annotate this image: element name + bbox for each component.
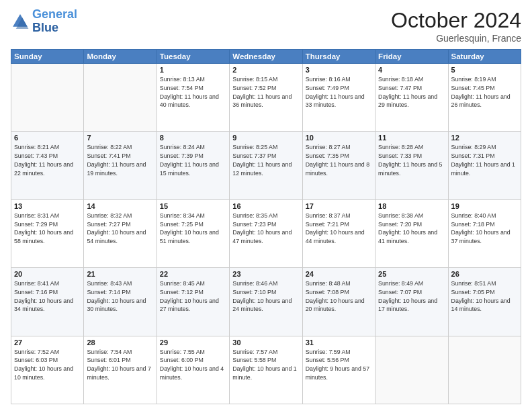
day-info: Sunrise: 8:27 AM Sunset: 7:35 PM Dayligh…: [306, 143, 372, 177]
day-number: 25: [378, 270, 445, 278]
day-number: 24: [306, 270, 372, 278]
calendar-day-cell: 9Sunrise: 8:25 AM Sunset: 7:37 PM Daylig…: [230, 132, 302, 199]
day-number: 5: [451, 66, 518, 74]
day-info: Sunrise: 8:16 AM Sunset: 7:49 PM Dayligh…: [306, 75, 372, 109]
day-info: Sunrise: 8:46 AM Sunset: 7:10 PM Dayligh…: [232, 279, 299, 314]
day-info: Sunrise: 8:15 AM Sunset: 7:52 PM Dayligh…: [232, 75, 299, 109]
day-info: Sunrise: 8:29 AM Sunset: 7:31 PM Dayligh…: [451, 143, 518, 177]
calendar-day-cell: 2Sunrise: 8:15 AM Sunset: 7:52 PM Daylig…: [230, 64, 302, 132]
calendar-day-cell: 26Sunrise: 8:51 AM Sunset: 7:05 PM Dayli…: [448, 268, 521, 336]
day-info: Sunrise: 8:41 AM Sunset: 7:16 PM Dayligh…: [14, 279, 81, 314]
logo: General Blue: [11, 8, 77, 35]
day-number: 3: [306, 66, 372, 74]
day-number: 17: [306, 202, 372, 210]
day-number: 14: [87, 202, 153, 210]
weekday-header-cell: Friday: [375, 50, 448, 64]
logo-icon: [11, 12, 30, 31]
day-info: Sunrise: 7:59 AM Sunset: 5:56 PM Dayligh…: [306, 348, 372, 382]
calendar-day-cell: [11, 64, 84, 132]
calendar-day-cell: 21Sunrise: 8:43 AM Sunset: 7:14 PM Dayli…: [84, 268, 157, 336]
day-number: 1: [160, 66, 226, 74]
calendar-day-cell: 16Sunrise: 8:35 AM Sunset: 7:23 PM Dayli…: [230, 199, 302, 267]
day-number: 30: [232, 338, 299, 347]
calendar-day-cell: 4Sunrise: 8:18 AM Sunset: 7:47 PM Daylig…: [375, 64, 448, 132]
title-block: October 2024 Guerlesquin, France: [391, 8, 521, 44]
day-number: 20: [14, 270, 81, 278]
day-info: Sunrise: 7:52 AM Sunset: 6:03 PM Dayligh…: [14, 348, 81, 382]
calendar-day-cell: 22Sunrise: 8:45 AM Sunset: 7:12 PM Dayli…: [157, 268, 229, 336]
weekday-header: SundayMondayTuesdayWednesdayThursdayFrid…: [11, 50, 521, 64]
weekday-header-cell: Monday: [84, 50, 157, 64]
day-number: 4: [378, 66, 445, 74]
header: General Blue October 2024 Guerlesquin, F…: [11, 8, 521, 44]
weekday-header-cell: Sunday: [11, 50, 84, 64]
page: General Blue October 2024 Guerlesquin, F…: [0, 0, 532, 411]
day-number: 23: [232, 270, 299, 278]
day-number: 8: [160, 134, 226, 142]
day-info: Sunrise: 8:34 AM Sunset: 7:25 PM Dayligh…: [160, 212, 226, 246]
day-info: Sunrise: 8:19 AM Sunset: 7:45 PM Dayligh…: [451, 75, 518, 109]
day-info: Sunrise: 8:38 AM Sunset: 7:20 PM Dayligh…: [378, 212, 445, 246]
logo-text: General Blue: [32, 8, 77, 35]
calendar-day-cell: 18Sunrise: 8:38 AM Sunset: 7:20 PM Dayli…: [375, 199, 448, 267]
calendar-table: SundayMondayTuesdayWednesdayThursdayFrid…: [11, 49, 521, 404]
calendar-day-cell: 15Sunrise: 8:34 AM Sunset: 7:25 PM Dayli…: [157, 199, 229, 267]
calendar-day-cell: 8Sunrise: 8:24 AM Sunset: 7:39 PM Daylig…: [157, 132, 229, 199]
day-info: Sunrise: 8:21 AM Sunset: 7:43 PM Dayligh…: [14, 143, 81, 177]
day-info: Sunrise: 7:54 AM Sunset: 6:01 PM Dayligh…: [87, 348, 153, 382]
day-info: Sunrise: 8:48 AM Sunset: 7:08 PM Dayligh…: [306, 279, 372, 314]
day-number: 10: [306, 134, 372, 142]
day-number: 18: [378, 202, 445, 210]
calendar-day-cell: 25Sunrise: 8:49 AM Sunset: 7:07 PM Dayli…: [375, 268, 448, 336]
calendar-day-cell: 28Sunrise: 7:54 AM Sunset: 6:01 PM Dayli…: [84, 336, 157, 404]
calendar-day-cell: 1Sunrise: 8:13 AM Sunset: 7:54 PM Daylig…: [157, 64, 229, 132]
calendar-day-cell: 17Sunrise: 8:37 AM Sunset: 7:21 PM Dayli…: [302, 199, 375, 267]
calendar-week-row: 13Sunrise: 8:31 AM Sunset: 7:29 PM Dayli…: [11, 199, 521, 267]
calendar-day-cell: 30Sunrise: 7:57 AM Sunset: 5:58 PM Dayli…: [230, 336, 302, 404]
day-info: Sunrise: 8:51 AM Sunset: 7:05 PM Dayligh…: [451, 279, 518, 314]
day-number: 28: [87, 338, 153, 347]
day-info: Sunrise: 8:35 AM Sunset: 7:23 PM Dayligh…: [232, 212, 299, 246]
calendar-day-cell: 11Sunrise: 8:28 AM Sunset: 7:33 PM Dayli…: [375, 132, 448, 199]
day-info: Sunrise: 8:40 AM Sunset: 7:18 PM Dayligh…: [451, 212, 518, 246]
calendar-day-cell: 12Sunrise: 8:29 AM Sunset: 7:31 PM Dayli…: [448, 132, 521, 199]
day-number: 11: [378, 134, 445, 142]
calendar-day-cell: 14Sunrise: 8:32 AM Sunset: 7:27 PM Dayli…: [84, 199, 157, 267]
calendar-day-cell: 6Sunrise: 8:21 AM Sunset: 7:43 PM Daylig…: [11, 132, 84, 199]
day-number: 2: [232, 66, 299, 74]
calendar-day-cell: 5Sunrise: 8:19 AM Sunset: 7:45 PM Daylig…: [448, 64, 521, 132]
day-number: 13: [14, 202, 81, 210]
day-info: Sunrise: 7:57 AM Sunset: 5:58 PM Dayligh…: [232, 348, 299, 382]
day-number: 27: [14, 338, 81, 347]
day-number: 26: [451, 270, 518, 278]
weekday-header-cell: Tuesday: [157, 50, 229, 64]
calendar-day-cell: 20Sunrise: 8:41 AM Sunset: 7:16 PM Dayli…: [11, 268, 84, 336]
day-number: 16: [232, 202, 299, 210]
day-info: Sunrise: 8:22 AM Sunset: 7:41 PM Dayligh…: [87, 143, 153, 177]
weekday-header-cell: Saturday: [448, 50, 521, 64]
calendar-day-cell: 27Sunrise: 7:52 AM Sunset: 6:03 PM Dayli…: [11, 336, 84, 404]
calendar-day-cell: 10Sunrise: 8:27 AM Sunset: 7:35 PM Dayli…: [302, 132, 375, 199]
day-info: Sunrise: 8:37 AM Sunset: 7:21 PM Dayligh…: [306, 212, 372, 246]
day-number: 6: [14, 134, 81, 142]
weekday-header-cell: Wednesday: [230, 50, 302, 64]
day-number: 19: [451, 202, 518, 210]
day-number: 31: [306, 338, 372, 347]
day-info: Sunrise: 8:43 AM Sunset: 7:14 PM Dayligh…: [87, 279, 153, 314]
calendar-day-cell: [448, 336, 521, 404]
day-info: Sunrise: 7:55 AM Sunset: 6:00 PM Dayligh…: [160, 348, 226, 382]
day-info: Sunrise: 8:18 AM Sunset: 7:47 PM Dayligh…: [378, 75, 445, 109]
day-number: 7: [87, 134, 153, 142]
calendar-day-cell: 7Sunrise: 8:22 AM Sunset: 7:41 PM Daylig…: [84, 132, 157, 199]
calendar-week-row: 6Sunrise: 8:21 AM Sunset: 7:43 PM Daylig…: [11, 132, 521, 199]
location: Guerlesquin, France: [391, 33, 521, 44]
day-number: 15: [160, 202, 226, 210]
calendar-week-row: 20Sunrise: 8:41 AM Sunset: 7:16 PM Dayli…: [11, 268, 521, 336]
day-number: 22: [160, 270, 226, 278]
day-info: Sunrise: 8:25 AM Sunset: 7:37 PM Dayligh…: [232, 143, 299, 177]
day-info: Sunrise: 8:32 AM Sunset: 7:27 PM Dayligh…: [87, 212, 153, 246]
weekday-header-cell: Thursday: [302, 50, 375, 64]
calendar-day-cell: 31Sunrise: 7:59 AM Sunset: 5:56 PM Dayli…: [302, 336, 375, 404]
calendar-day-cell: 3Sunrise: 8:16 AM Sunset: 7:49 PM Daylig…: [302, 64, 375, 132]
calendar-day-cell: [375, 336, 448, 404]
